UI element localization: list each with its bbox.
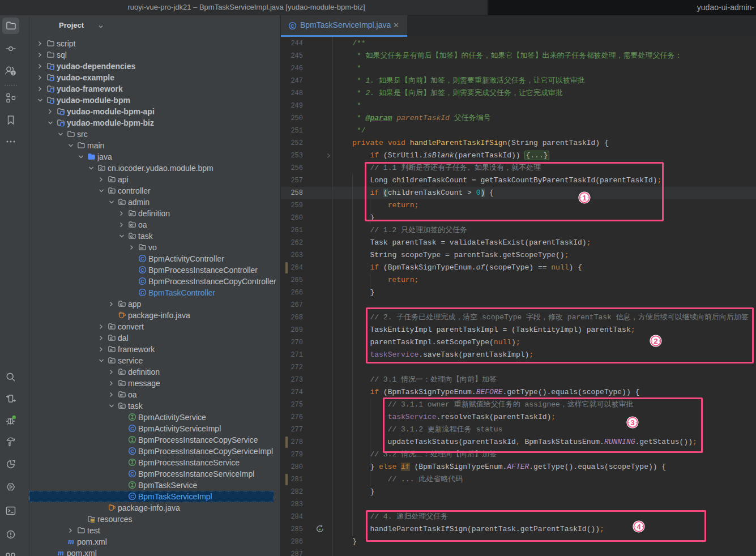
svg-text:C: C <box>140 256 144 262</box>
svg-text:C: C <box>291 23 294 29</box>
svg-text:2: 2 <box>654 337 658 345</box>
svg-text:4: 4 <box>637 523 641 531</box>
svg-text:m: m <box>58 549 64 556</box>
svg-text:C: C <box>140 267 144 273</box>
svg-text:1: 1 <box>582 194 587 202</box>
svg-text:C: C <box>130 494 134 499</box>
svg-text:m: m <box>68 537 74 546</box>
svg-text:3: 3 <box>630 418 635 427</box>
svg-text:C: C <box>140 279 144 284</box>
svg-text:?: ? <box>12 71 14 75</box>
svg-text:C: C <box>130 426 134 431</box>
svg-text:C: C <box>140 290 144 296</box>
svg-text:C: C <box>130 448 134 454</box>
svg-text:C: C <box>130 471 134 477</box>
